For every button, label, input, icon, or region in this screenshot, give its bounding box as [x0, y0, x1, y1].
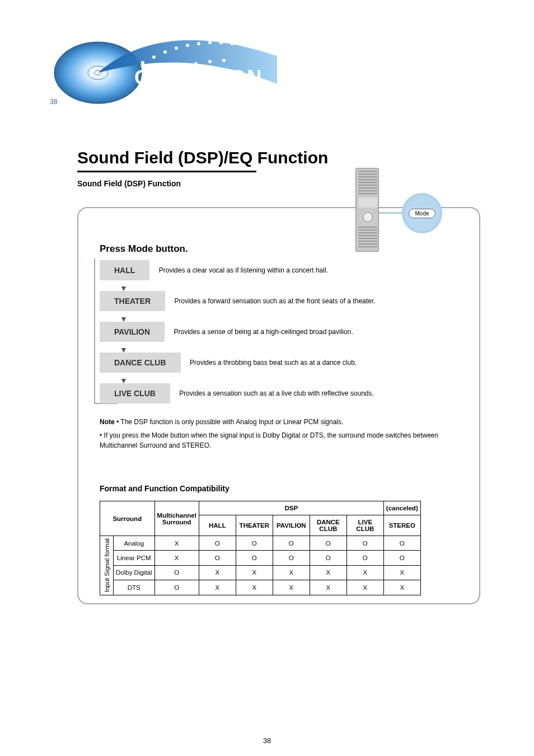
cell: O: [154, 580, 199, 595]
col-stereo: STEREO: [383, 515, 420, 536]
cell: O: [199, 551, 236, 565]
section-underline: [77, 171, 256, 172]
mode-item-live-club: LIVE CLUB Provides a sensation such as a…: [100, 383, 469, 403]
cell: X: [154, 551, 199, 565]
svg-point-5: [163, 50, 167, 54]
svg-point-7: [186, 44, 189, 47]
note-text: The DSP function is only possible with A…: [120, 418, 343, 426]
col-hall: HALL: [199, 515, 236, 536]
mode-name: THEATER: [100, 291, 165, 311]
section-title: Sound Field (DSP)/EQ Function: [77, 148, 328, 167]
col-theater: THEATER: [236, 515, 273, 536]
mode-flow-line: [94, 259, 95, 404]
svg-point-4: [152, 55, 156, 59]
mode-desc: Provides a sense of being at a high-ceil…: [174, 327, 353, 337]
mode-name: HALL: [100, 260, 149, 280]
header-title: OPERATION: [134, 66, 263, 90]
note-block: Note • The DSP function is only possible…: [100, 417, 458, 454]
mode-name: DANCE CLUB: [100, 353, 181, 373]
mode-name: PAVILION: [100, 322, 165, 342]
row-name: DTS: [114, 580, 155, 595]
table-row: Input Signal format Analog X O O O O O O: [100, 536, 421, 551]
cell: O: [236, 536, 273, 551]
mode-desc: Provides a forward sensation such as at …: [175, 297, 376, 306]
page-number: 38: [263, 736, 271, 745]
table-row: Dolby Digital O X X X X X X: [100, 565, 421, 580]
cell: O: [383, 551, 420, 565]
mode-button-pill: Mode: [409, 209, 435, 218]
mode-desc: Provides a throbbing bass beat such as a…: [190, 358, 357, 368]
mode-desc: Provides a sensation such as at a live c…: [179, 389, 374, 398]
cell: X: [310, 580, 346, 595]
cell: X: [346, 565, 383, 580]
cell: O: [383, 536, 420, 551]
cell: O: [273, 551, 310, 565]
svg-point-9: [208, 41, 212, 44]
col-multichannel: Multichannel Surround: [154, 501, 199, 536]
row-name: Dolby Digital: [114, 565, 155, 580]
compat-table: Surround Multichannel Surround DSP (canc…: [100, 501, 421, 595]
cell: O: [346, 536, 383, 551]
col-dance-club: DANCE CLUB: [310, 515, 346, 536]
mode-name: LIVE CLUB: [100, 383, 170, 403]
cell: X: [310, 565, 346, 580]
mode-desc: Provides a clear vocal as if listening w…: [159, 266, 328, 275]
svg-point-3: [141, 61, 144, 64]
cell: X: [199, 565, 236, 580]
note-text: If you press the Mode button when the si…: [100, 431, 438, 449]
cell: X: [383, 565, 420, 580]
cell: X: [273, 580, 310, 595]
svg-point-6: [175, 46, 178, 50]
cell: O: [346, 551, 383, 565]
cell: O: [154, 565, 199, 580]
col-dsp: DSP: [199, 501, 383, 515]
press-title: Press Mode button.: [100, 243, 469, 255]
cell: X: [273, 565, 310, 580]
compat-title: Format and Function Compatibility: [100, 484, 229, 493]
header-page-tab: 38: [50, 98, 57, 106]
cell: X: [236, 580, 273, 595]
table-row: Linear PCM X O O O O O O: [100, 551, 421, 565]
remote-control-icon: [355, 168, 379, 252]
press-title-block: Press Mode button.: [100, 243, 469, 259]
cell: O: [236, 551, 273, 565]
cell: O: [199, 536, 236, 551]
cell: O: [310, 551, 346, 565]
table-row: DTS O X X X X X X: [100, 580, 421, 595]
svg-point-8: [197, 42, 200, 45]
row-name: Linear PCM: [114, 551, 155, 565]
cell: O: [273, 536, 310, 551]
svg-point-17: [222, 59, 226, 62]
mode-callout-line: [379, 213, 402, 213]
col-pavilion: PAVILION: [273, 515, 310, 536]
cell: X: [346, 580, 383, 595]
cell: X: [236, 565, 273, 580]
cell: X: [383, 580, 420, 595]
note-lead: Note: [100, 418, 115, 426]
svg-point-15: [194, 62, 198, 65]
mode-button-callout: Mode: [402, 193, 442, 233]
svg-point-16: [208, 60, 212, 63]
cell: X: [154, 536, 199, 551]
col-live-club: LIVE CLUB: [346, 515, 383, 536]
row-group: Input Signal format: [100, 536, 114, 595]
cell: X: [199, 580, 236, 595]
row-name: Analog: [114, 536, 155, 551]
cell: O: [310, 536, 346, 551]
section-intro: Sound Field (DSP) Function: [77, 179, 181, 188]
svg-point-10: [219, 41, 223, 44]
svg-point-11: [231, 42, 234, 45]
col-canceled: (canceled): [383, 501, 420, 515]
col-surround: Surround: [100, 501, 155, 536]
header-subtitle: SOUND FIELD (DSP)/EQ FUNCTION: [135, 92, 275, 101]
